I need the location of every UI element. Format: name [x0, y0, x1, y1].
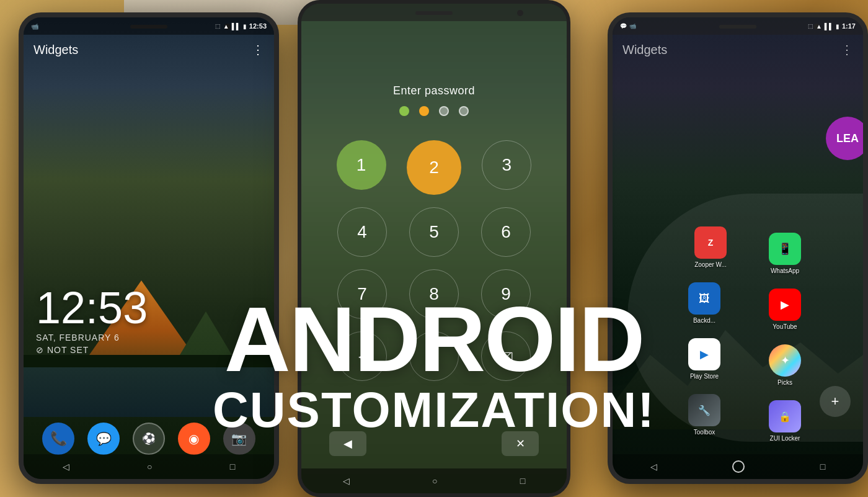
picks-label: Picks — [777, 379, 792, 386]
toolbox-app-item[interactable]: 🔧 Toolbox — [688, 394, 720, 436]
left-widgets-title: Widgets — [33, 43, 78, 57]
zooper-icon: Z — [694, 226, 727, 259]
num-btn-1[interactable]: 1 — [337, 140, 386, 190]
whatsapp-icon: 📱 — [769, 233, 801, 265]
playstore-icon: ▶ — [688, 338, 720, 370]
right-video-icon: 📹 — [629, 23, 636, 29]
right-menu-button[interactable]: ⋮ — [841, 42, 853, 57]
zui-icon: 🔒 — [769, 400, 801, 432]
phone-app-icon[interactable]: 📞 — [42, 423, 74, 455]
right-battery-icon: ▮ — [836, 23, 839, 30]
zui-app-item[interactable]: 🔒 ZUI Locker — [769, 400, 801, 442]
whatsapp-label: WhatsApp — [771, 267, 799, 274]
num-btn-4[interactable]: 4 — [337, 207, 387, 257]
playstore-app-item[interactable]: ▶ Play Store — [688, 338, 720, 380]
right-status-right: ⬚ ▲ ▌▌ ▮ 1:17 — [808, 22, 856, 30]
num-btn-8[interactable]: 8 — [409, 269, 459, 319]
pw-dot-3 — [439, 106, 449, 116]
pw-dot-4 — [459, 106, 469, 116]
num-btn-2[interactable]: 2 — [407, 140, 461, 195]
playstore-label: Play Store — [690, 373, 719, 380]
backdrops-icon: 🖼 — [688, 282, 720, 315]
right-home-btn[interactable] — [732, 460, 745, 473]
home-btn[interactable]: ○ — [147, 462, 152, 472]
right-signal-icon: ▌▌ — [825, 23, 833, 30]
clock-time: 12:53 — [36, 285, 148, 330]
launcher-icon[interactable]: ⚽ — [133, 423, 165, 455]
left-menu-button[interactable]: ⋮ — [252, 42, 264, 57]
fab-button[interactable]: + — [820, 386, 851, 417]
recents-btn[interactable]: □ — [230, 462, 235, 472]
phone-center: Enter password 1 2 3 4 5 6 7 8 9 — [298, 0, 570, 497]
backdrops-app-item[interactable]: 🖼 Backd... — [688, 282, 720, 324]
numpad-row-2: 4 5 6 — [326, 207, 542, 257]
right-widgets-bar: Widgets ⋮ — [613, 36, 863, 63]
youtube-app-item[interactable]: ▶ YouTube — [769, 289, 801, 330]
num-btn-del[interactable]: ⌫ — [481, 331, 531, 381]
num-btn-5[interactable]: 5 — [409, 207, 459, 257]
password-dots — [301, 106, 567, 116]
numpad-row-4: ◀ 0 ⌫ — [326, 331, 542, 381]
battery-icon: ▮ — [243, 23, 247, 30]
right-widgets-title: Widgets — [622, 43, 667, 57]
picks-icon: ✦ — [769, 344, 801, 377]
center-status-bar — [301, 4, 567, 21]
del-ctrl[interactable]: ✕ — [502, 431, 539, 456]
num-btn-6[interactable]: 6 — [481, 207, 531, 257]
whatsapp-status-icon: 💬 — [620, 23, 627, 29]
right-status-left: 💬 📹 — [620, 23, 636, 29]
num-btn-9[interactable]: 9 — [481, 269, 531, 319]
num-btn-0[interactable]: 0 — [409, 331, 459, 381]
cast-icon: ⬚ — [215, 23, 221, 29]
pw-dot-1 — [399, 106, 409, 116]
youtube-label: YouTube — [773, 323, 797, 330]
center-bottom-controls: ◀ ✕ — [301, 431, 567, 456]
zooper-label: Zooper W... — [694, 261, 727, 268]
zui-label: ZUI Locker — [770, 435, 800, 442]
password-label: Enter password — [301, 84, 567, 97]
camera-app-icon[interactable]: 📷 — [223, 423, 255, 455]
right-time: 1:17 — [842, 22, 856, 30]
center-recents-btn[interactable]: □ — [520, 476, 525, 486]
picks-app-item[interactable]: ✦ Picks — [769, 344, 801, 386]
num-btn-7[interactable]: 7 — [337, 269, 387, 319]
right-cast-icon: ⬚ — [808, 23, 813, 29]
launcher-badge-text: LEA — [836, 132, 859, 145]
center-home-btn[interactable]: ○ — [432, 476, 437, 486]
backdrops-label: Backd... — [693, 317, 715, 324]
center-nav-bar: ◁ ○ □ — [301, 468, 567, 493]
water-reflection — [24, 367, 274, 417]
time-display: 12:53 — [249, 22, 267, 30]
clock-alarm: ⊘ NOT SET — [36, 345, 148, 355]
pw-dot-2 — [419, 106, 429, 116]
phone-left: 📹 ⬚ ▲ ▌▌ ▮ 12:53 Widgets ⋮ 12:53 SAT, FE… — [19, 12, 279, 484]
right-recents-btn[interactable]: □ — [820, 462, 825, 472]
numpad-row-3: 7 8 9 — [326, 269, 542, 319]
center-back-btn[interactable]: ◁ — [343, 476, 350, 486]
phone-right: 💬 📹 ⬚ ▲ ▌▌ ▮ 1:17 Widgets ⋮ LEA — [608, 12, 868, 484]
numpad: 1 2 3 4 5 6 7 8 9 ◀ 0 ⌫ — [301, 140, 567, 393]
right-back-btn[interactable]: ◁ — [650, 462, 657, 472]
left-status-right: ⬚ ▲ ▌▌ ▮ 12:53 — [215, 22, 267, 30]
back-ctrl[interactable]: ◀ — [329, 431, 366, 456]
signal-icon: ▌▌ — [232, 23, 241, 30]
left-widgets-bar: Widgets ⋮ — [24, 36, 274, 63]
youtube-icon: ▶ — [769, 289, 801, 321]
back-btn[interactable]: ◁ — [63, 462, 69, 472]
right-nav-bar: ◁ □ — [613, 454, 863, 479]
numpad-row-1: 1 2 3 — [326, 140, 542, 195]
left-status-left: 📹 — [31, 23, 38, 30]
right-wifi-icon: ▲ — [816, 23, 822, 30]
wifi-icon: ▲ — [223, 23, 229, 30]
zooper-app-item[interactable]: Z Zooper W... — [694, 226, 727, 268]
chrome-app-icon[interactable]: ◉ — [178, 423, 210, 455]
left-nav-bar: ◁ ○ □ — [24, 454, 274, 479]
clock-widget: 12:53 SAT, FEBRUARY 6 ⊘ NOT SET — [36, 285, 148, 355]
right-status-bar: 💬 📹 ⬚ ▲ ▌▌ ▮ 1:17 — [613, 17, 863, 35]
whatsapp-app-item[interactable]: 📱 WhatsApp — [769, 233, 801, 274]
clock-date: SAT, FEBRUARY 6 — [36, 333, 148, 343]
num-btn-back[interactable]: ◀ — [337, 331, 387, 381]
num-btn-3[interactable]: 3 — [482, 140, 531, 190]
messages-app-icon[interactable]: 💬 — [87, 423, 120, 455]
video-icon: 📹 — [31, 23, 38, 30]
